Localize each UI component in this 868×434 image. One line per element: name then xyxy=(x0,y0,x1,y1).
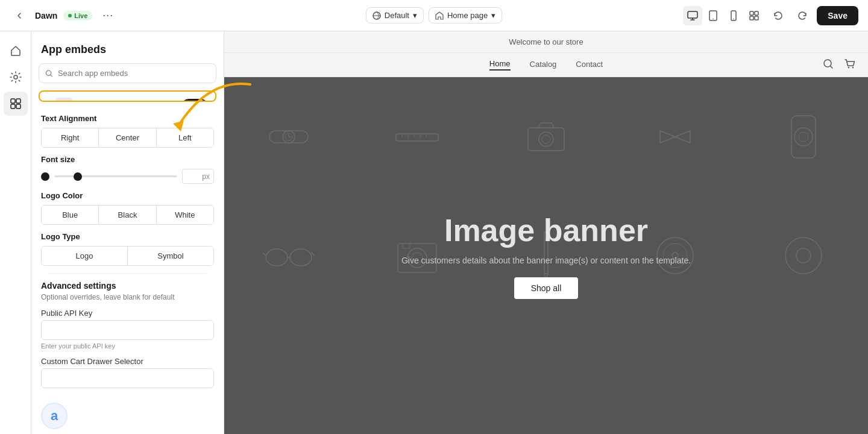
logo-color-label: Logo Color xyxy=(41,191,214,200)
font-dot xyxy=(41,172,49,181)
logo-button[interactable]: Logo xyxy=(42,247,128,265)
topbar-right: Save xyxy=(580,6,858,25)
theme-selector[interactable]: Default ▾ xyxy=(366,7,424,24)
svg-point-33 xyxy=(542,135,550,143)
icon-bar xyxy=(0,31,31,434)
hero-section: Image banner Give customers details abou… xyxy=(224,77,868,434)
svg-rect-7 xyxy=(755,11,758,15)
topbar-center: Default ▾ Home page ▾ xyxy=(295,7,573,24)
more-button[interactable]: ··· xyxy=(98,6,118,25)
svg-line-40 xyxy=(263,253,266,256)
font-size-label: Font size xyxy=(41,155,214,164)
topbar: Dawn Live ··· Default ▾ Home page ▾ xyxy=(0,0,868,31)
hero-item-lens xyxy=(739,77,868,196)
svg-rect-31 xyxy=(528,128,564,151)
nav-settings-button[interactable] xyxy=(4,65,28,89)
svg-rect-13 xyxy=(11,104,15,108)
logo-type-label: Logo Type xyxy=(41,232,214,241)
svg-rect-6 xyxy=(750,11,753,15)
font-size-unit: px xyxy=(202,172,210,181)
svg-point-36 xyxy=(799,132,808,142)
svg-point-32 xyxy=(539,132,553,146)
advanced-settings-desc: Optional overrides, leave blank for defa… xyxy=(41,293,214,301)
nav-contact[interactable]: Contact xyxy=(576,60,603,70)
shop-button[interactable]: Shop all xyxy=(514,277,579,299)
svg-point-10 xyxy=(14,75,17,79)
live-dot xyxy=(68,14,72,17)
sidebar-title: App embeds xyxy=(31,31,224,63)
svg-point-5 xyxy=(733,18,734,19)
svg-point-51 xyxy=(796,248,811,263)
svg-point-35 xyxy=(794,128,813,146)
toggle-knob xyxy=(195,100,207,102)
affirm-logo-icon: a xyxy=(41,403,68,429)
store-name: Dawn xyxy=(35,11,57,20)
font-size-input-wrapper[interactable]: 12 px xyxy=(182,169,214,184)
color-black-button[interactable]: Black xyxy=(99,206,156,224)
hero-content: Image banner Give customers details abou… xyxy=(401,212,691,299)
hero-item-ruler xyxy=(353,77,482,196)
align-left-button[interactable]: Left xyxy=(157,128,213,147)
affirm-branding: a xyxy=(41,403,214,429)
nav-home[interactable]: Home xyxy=(489,59,511,71)
nav-apps-button[interactable] xyxy=(4,92,28,116)
svg-point-50 xyxy=(785,237,822,274)
desktop-view-button[interactable] xyxy=(683,6,702,25)
color-white-button[interactable]: White xyxy=(157,206,213,224)
embed-toggle[interactable] xyxy=(181,99,208,102)
theme-chevron: ▾ xyxy=(413,11,417,20)
embed-item-header[interactable]: ▾ Affirm Cart Drawer xyxy=(40,92,215,102)
page-selector[interactable]: Home page ▾ xyxy=(429,7,502,24)
store-welcome: Welcome to our store xyxy=(224,31,868,53)
hero-item-sunglasses xyxy=(224,196,353,315)
cart-drawer-input[interactable] xyxy=(41,368,214,388)
nav-home-button[interactable] xyxy=(4,39,28,63)
hero-item-watch xyxy=(224,77,353,196)
preview-pane: Welcome to our store Home Catalog Contac… xyxy=(224,31,868,434)
svg-point-19 xyxy=(852,66,854,68)
redo-button[interactable] xyxy=(793,6,812,25)
font-size-slider[interactable] xyxy=(54,175,177,177)
color-blue-button[interactable]: Blue xyxy=(42,206,99,224)
save-button[interactable]: Save xyxy=(817,6,858,25)
tablet-view-button[interactable] xyxy=(703,6,723,25)
embed-title: Affirm Cart Drawer xyxy=(77,101,177,102)
live-badge: Live xyxy=(63,11,92,20)
settings-section: Text Alignment Right Center Left Font si… xyxy=(31,107,224,398)
symbol-button[interactable]: Symbol xyxy=(128,247,213,265)
search-icon xyxy=(45,69,53,78)
embed-app-icon xyxy=(55,98,72,102)
grid-view-button[interactable] xyxy=(744,6,764,25)
search-input[interactable] xyxy=(58,69,210,78)
search-bar[interactable] xyxy=(39,63,216,83)
svg-point-18 xyxy=(848,66,849,68)
logo-color-group: Blue Black White xyxy=(41,205,214,225)
hero-title: Image banner xyxy=(401,212,691,248)
theme-name: Default xyxy=(385,11,409,20)
back-button[interactable] xyxy=(10,6,29,25)
page-chevron: ▾ xyxy=(491,11,495,20)
align-right-button[interactable]: Right xyxy=(42,128,99,147)
svg-rect-11 xyxy=(11,99,15,103)
font-size-field[interactable]: 12 xyxy=(186,172,201,181)
nav-cart-icon[interactable] xyxy=(844,58,856,72)
mobile-view-button[interactable] xyxy=(724,6,743,25)
svg-line-41 xyxy=(312,253,315,256)
undo-button[interactable] xyxy=(769,6,788,25)
sidebar: App embeds ▾ Affirm Cart Drawer Text Ali… xyxy=(31,31,224,434)
text-alignment-group: Right Center Left xyxy=(41,128,214,148)
viewport-buttons xyxy=(683,6,764,25)
cart-drawer-label: Custom Cart Drawer Selector xyxy=(41,357,214,366)
nav-search-icon[interactable] xyxy=(822,58,834,72)
align-center-button[interactable]: Center xyxy=(99,128,156,147)
svg-rect-8 xyxy=(750,16,753,20)
embed-item: ▾ Affirm Cart Drawer xyxy=(39,90,216,102)
hero-item-tape xyxy=(739,196,868,315)
nav-right-icons xyxy=(822,58,856,72)
svg-point-3 xyxy=(712,18,714,19)
nav-catalog[interactable]: Catalog xyxy=(530,60,557,70)
svg-rect-34 xyxy=(791,116,816,158)
store-nav: Home Catalog Contact xyxy=(224,53,868,77)
hero-subtitle: Give customers details about the banner … xyxy=(401,256,691,265)
api-key-input[interactable] xyxy=(41,320,214,340)
